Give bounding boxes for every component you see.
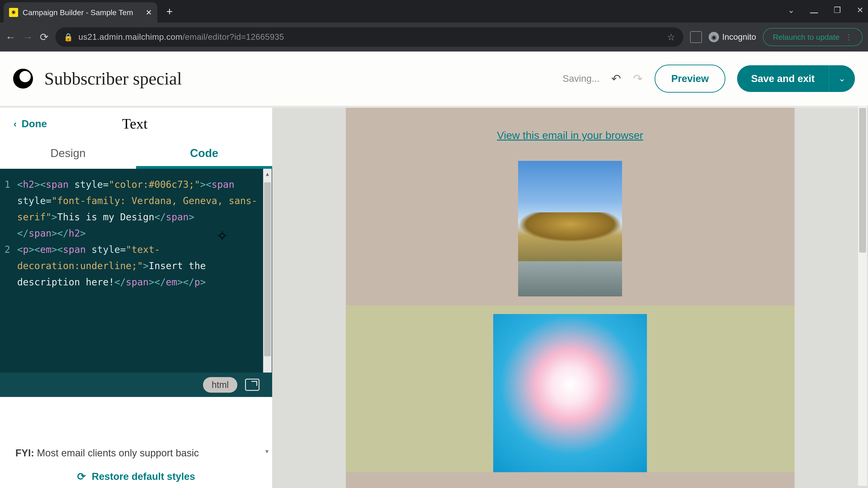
tab-close-icon[interactable]: ✕: [146, 8, 152, 17]
window-controls: ⌄ _ ❐ ✕: [788, 2, 864, 18]
save-exit-group: Save and exit ⌄: [737, 65, 855, 92]
browser-toolbar: ← → ⟳ 🔒 us21.admin.mailchimp.com/email/e…: [0, 23, 868, 52]
email-image-2[interactable]: [493, 314, 647, 472]
tab-code[interactable]: Code: [136, 140, 272, 169]
relaunch-button[interactable]: Relaunch to update⋮: [763, 28, 863, 46]
code-editor-container: 1 2 <h2><span style="color:#006c73;"><sp…: [0, 169, 272, 397]
campaign-name[interactable]: Subbscriber special: [44, 68, 182, 89]
done-button[interactable]: Done: [22, 118, 47, 130]
window-minimize-icon[interactable]: _: [810, 0, 818, 14]
nav-forward-icon: →: [23, 31, 33, 43]
app-root: Subbscriber special Saving... ↶ ↷ Previe…: [0, 52, 868, 488]
bookmark-star-icon[interactable]: ☆: [667, 32, 675, 42]
panel-scrollbar[interactable]: ▾: [264, 110, 272, 456]
undo-icon[interactable]: ↶: [611, 72, 621, 86]
browser-tabstrip: ✳ Campaign Builder - Sample Tem ✕ + ⌄ _ …: [0, 0, 868, 23]
panel-tabs: Design Code: [0, 140, 272, 169]
refresh-icon: ⟳: [77, 470, 86, 483]
nav-reload-icon[interactable]: ⟳: [40, 31, 49, 43]
tabs-dropdown-icon[interactable]: ⌄: [788, 5, 795, 15]
mailchimp-favicon: ✳: [9, 8, 18, 17]
workspace: ‹ Done Text Design Code 1 2 <h2><span st…: [0, 108, 868, 488]
scroll-down-arrow-icon[interactable]: ▾: [266, 448, 269, 455]
browser-tab[interactable]: ✳ Campaign Builder - Sample Tem ✕: [4, 2, 157, 23]
kebab-icon: ⋮: [845, 33, 852, 41]
mailchimp-logo-icon[interactable]: [13, 69, 33, 89]
editor-panel: ‹ Done Text Design Code 1 2 <h2><span st…: [0, 108, 272, 488]
new-tab-button[interactable]: +: [166, 5, 173, 18]
window-maximize-icon[interactable]: ❐: [834, 5, 841, 15]
panel-title: Text: [122, 116, 148, 132]
extensions-icon[interactable]: [690, 31, 702, 43]
app-header: Subbscriber special Saving... ↶ ↷ Previe…: [0, 52, 868, 106]
editor-footer: html: [0, 372, 272, 397]
tab-title: Campaign Builder - Sample Tem: [23, 8, 141, 17]
language-pill[interactable]: html: [203, 377, 237, 393]
gutter-line: 1: [4, 176, 10, 193]
email-canvas[interactable]: View this email in your browser: [272, 108, 868, 488]
window-close-icon[interactable]: ✕: [857, 5, 864, 15]
code-editor[interactable]: 1 2 <h2><span style="color:#006c73;"><sp…: [0, 169, 272, 375]
url-text: us21.admin.mailchimp.com/email/editor?id…: [79, 32, 284, 42]
email-section-2[interactable]: [346, 305, 795, 472]
redo-icon: ↷: [633, 72, 643, 86]
email-image-1[interactable]: [518, 161, 622, 296]
fullscreen-icon[interactable]: [245, 379, 259, 391]
restore-defaults-button[interactable]: ⟳ Restore default styles: [0, 459, 272, 488]
nav-back-icon[interactable]: ←: [5, 31, 16, 43]
incognito-icon: ◉: [709, 32, 719, 42]
fyi-note: FYI: Most email clients only support bas…: [0, 437, 272, 459]
incognito-indicator[interactable]: ◉ Incognito: [709, 32, 756, 42]
save-exit-dropdown[interactable]: ⌄: [829, 65, 855, 92]
https-lock-icon[interactable]: 🔒: [64, 33, 73, 41]
preview-button[interactable]: Preview: [655, 65, 725, 93]
tab-design[interactable]: Design: [0, 140, 136, 169]
chevron-left-icon[interactable]: ‹: [13, 119, 17, 129]
view-in-browser-link[interactable]: View this email in your browser: [346, 108, 795, 161]
email-body[interactable]: View this email in your browser: [346, 108, 795, 488]
save-status: Saving...: [563, 73, 599, 84]
scroll-thumb[interactable]: [859, 108, 866, 253]
gutter-line: 2: [4, 241, 10, 258]
address-bar[interactable]: 🔒 us21.admin.mailchimp.com/email/editor?…: [55, 27, 683, 47]
save-exit-button[interactable]: Save and exit: [737, 65, 829, 92]
page-vertical-scrollbar[interactable]: [858, 106, 867, 486]
